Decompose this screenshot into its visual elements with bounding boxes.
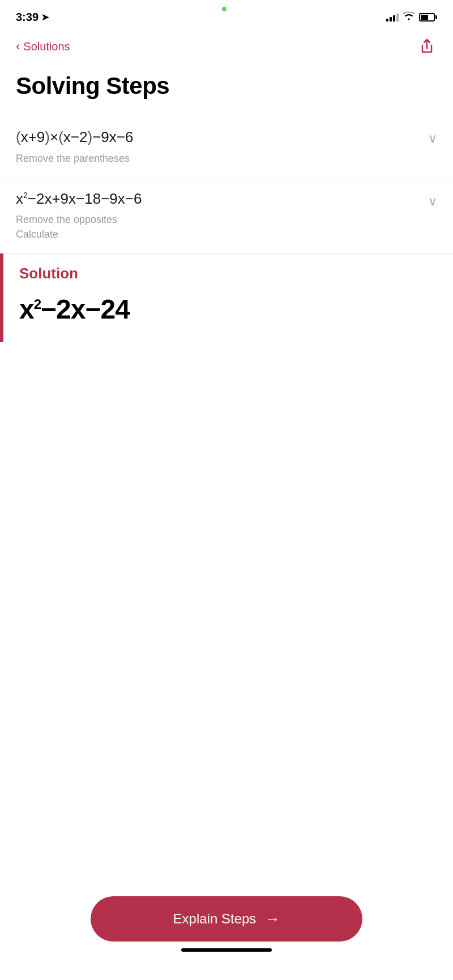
- solution-equation: x2−2x−24: [19, 294, 437, 325]
- battery-body: [419, 13, 435, 22]
- share-icon: [419, 38, 435, 54]
- location-icon: ➤: [41, 12, 49, 23]
- step-2-equation: x2−2x+9x−18−9x−6: [16, 190, 417, 209]
- share-button[interactable]: [417, 36, 437, 57]
- bottom-area: Explain Steps →: [0, 885, 453, 980]
- steps-container: (x+9)×(x−2)−9x−6 Remove the parentheses …: [0, 115, 453, 342]
- battery-fill: [421, 15, 428, 20]
- step-1-description: Remove the parentheses: [16, 152, 417, 166]
- step-1-chevron-icon: ∨: [428, 131, 437, 146]
- battery-tip: [435, 15, 437, 19]
- notification-dot: [222, 7, 226, 11]
- solution-label: Solution: [19, 265, 437, 282]
- step-row-2[interactable]: x2−2x+9x−18−9x−6 Remove the opposites Ca…: [0, 178, 453, 253]
- signal-icon: [386, 12, 399, 22]
- step-1-content: (x+9)×(x−2)−9x−6 Remove the parentheses: [16, 127, 428, 166]
- signal-bar-3: [393, 15, 395, 22]
- explain-arrow-icon: →: [265, 910, 280, 928]
- solution-section: Solution x2−2x−24: [0, 253, 453, 342]
- step-1-equation: (x+9)×(x−2)−9x−6: [16, 127, 417, 147]
- step-row-1[interactable]: (x+9)×(x−2)−9x−6 Remove the parentheses …: [0, 115, 453, 178]
- step-2-desc-line1: Remove the opposites: [16, 214, 117, 225]
- back-label: Solutions: [23, 40, 70, 53]
- back-chevron-icon: ‹: [16, 39, 20, 54]
- step-2-desc-line2: Calculate: [16, 229, 58, 240]
- battery-icon: [419, 13, 437, 22]
- explain-steps-label: Explain Steps: [173, 911, 257, 927]
- time-label: 3:39: [16, 11, 39, 24]
- status-right-icons: [386, 11, 437, 23]
- signal-bar-2: [390, 17, 392, 22]
- home-indicator: [181, 948, 272, 952]
- status-time: 3:39 ➤: [16, 11, 49, 24]
- signal-bar-1: [386, 19, 388, 22]
- back-button[interactable]: ‹ Solutions: [16, 39, 70, 54]
- page-title: Solving Steps: [0, 66, 453, 115]
- signal-bar-4: [396, 14, 399, 22]
- wifi-icon: [403, 11, 414, 23]
- step-2-content: x2−2x+9x−18−9x−6 Remove the opposites Ca…: [16, 190, 428, 242]
- step-2-chevron-icon: ∨: [428, 194, 437, 209]
- step-2-description: Remove the opposites Calculate: [16, 213, 417, 241]
- status-bar: 3:39 ➤: [0, 0, 453, 31]
- nav-bar: ‹ Solutions: [0, 31, 453, 66]
- explain-steps-button[interactable]: Explain Steps →: [91, 896, 362, 942]
